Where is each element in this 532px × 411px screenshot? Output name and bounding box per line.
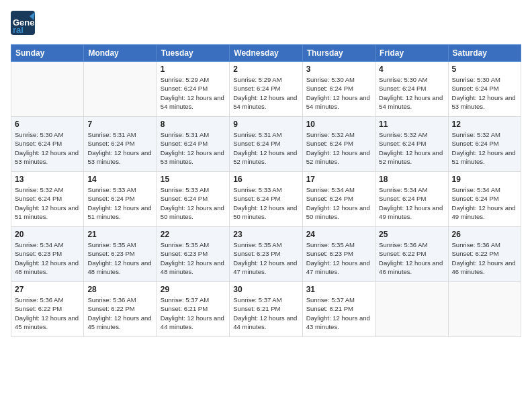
weekday-header-row: SundayMondayTuesdayWednesdayThursdayFrid… [11, 45, 521, 62]
day-number: 28 [87, 285, 152, 294]
day-info: Sunrise: 5:34 AMSunset: 6:23 PMDaylight:… [15, 240, 80, 276]
day-info: Sunrise: 5:32 AMSunset: 6:24 PMDaylight:… [15, 185, 80, 221]
calendar-cell: 20Sunrise: 5:34 AMSunset: 6:23 PMDayligh… [11, 227, 84, 282]
calendar-cell: 21Sunrise: 5:35 AMSunset: 6:23 PMDayligh… [84, 227, 157, 282]
day-info: Sunrise: 5:30 AMSunset: 6:24 PMDaylight:… [306, 75, 371, 111]
day-number: 9 [233, 120, 298, 129]
calendar-cell: 10Sunrise: 5:32 AMSunset: 6:24 PMDayligh… [302, 117, 375, 172]
day-number: 24 [306, 230, 371, 239]
day-info: Sunrise: 5:30 AMSunset: 6:24 PMDaylight:… [15, 130, 80, 166]
calendar-cell: 31Sunrise: 5:37 AMSunset: 6:21 PMDayligh… [302, 282, 375, 337]
day-info: Sunrise: 5:36 AMSunset: 6:22 PMDaylight:… [15, 295, 80, 331]
calendar-cell: 15Sunrise: 5:33 AMSunset: 6:24 PMDayligh… [157, 172, 229, 227]
calendar-cell: 8Sunrise: 5:31 AMSunset: 6:24 PMDaylight… [157, 117, 229, 172]
day-number: 13 [15, 175, 80, 184]
weekday-header-friday: Friday [375, 45, 448, 62]
calendar-cell [84, 62, 157, 117]
day-info: Sunrise: 5:33 AMSunset: 6:24 PMDaylight:… [87, 185, 152, 221]
calendar-cell: 23Sunrise: 5:35 AMSunset: 6:23 PMDayligh… [230, 227, 302, 282]
day-number: 19 [452, 175, 517, 184]
day-info: Sunrise: 5:36 AMSunset: 6:22 PMDaylight:… [87, 295, 152, 331]
day-info: Sunrise: 5:35 AMSunset: 6:23 PMDaylight:… [87, 240, 152, 276]
calendar-cell: 11Sunrise: 5:32 AMSunset: 6:24 PMDayligh… [375, 117, 448, 172]
day-number: 27 [15, 285, 80, 294]
calendar-cell: 6Sunrise: 5:30 AMSunset: 6:24 PMDaylight… [11, 117, 84, 172]
day-info: Sunrise: 5:33 AMSunset: 6:24 PMDaylight:… [233, 185, 298, 221]
day-number: 3 [306, 64, 371, 74]
logo-icon: Gene ral [11, 11, 35, 35]
calendar-cell: 5Sunrise: 5:30 AMSunset: 6:24 PMDaylight… [448, 62, 521, 117]
calendar-cell [375, 282, 448, 337]
day-number: 25 [379, 230, 444, 239]
day-info: Sunrise: 5:31 AMSunset: 6:24 PMDaylight:… [87, 130, 152, 166]
calendar-cell: 4Sunrise: 5:30 AMSunset: 6:24 PMDaylight… [375, 62, 448, 117]
header: Gene ral [11, 11, 521, 38]
calendar-header: SundayMondayTuesdayWednesdayThursdayFrid… [11, 45, 521, 62]
day-info: Sunrise: 5:29 AMSunset: 6:24 PMDaylight:… [161, 75, 226, 111]
day-number: 14 [87, 175, 152, 184]
day-number: 1 [161, 64, 226, 74]
day-info: Sunrise: 5:30 AMSunset: 6:24 PMDaylight:… [379, 75, 444, 111]
day-info: Sunrise: 5:35 AMSunset: 6:23 PMDaylight:… [161, 240, 226, 276]
calendar-cell: 7Sunrise: 5:31 AMSunset: 6:24 PMDaylight… [84, 117, 157, 172]
calendar-cell: 24Sunrise: 5:35 AMSunset: 6:23 PMDayligh… [302, 227, 375, 282]
day-info: Sunrise: 5:32 AMSunset: 6:24 PMDaylight:… [306, 130, 371, 166]
day-number: 6 [15, 120, 80, 129]
weekday-header-thursday: Thursday [302, 45, 375, 62]
day-info: Sunrise: 5:32 AMSunset: 6:24 PMDaylight:… [379, 130, 444, 166]
day-number: 26 [452, 230, 517, 239]
calendar-cell: 17Sunrise: 5:34 AMSunset: 6:24 PMDayligh… [302, 172, 375, 227]
calendar-cell: 3Sunrise: 5:30 AMSunset: 6:24 PMDaylight… [302, 62, 375, 117]
calendar-table: SundayMondayTuesdayWednesdayThursdayFrid… [11, 44, 521, 337]
weekday-header-saturday: Saturday [448, 45, 521, 62]
calendar-cell: 2Sunrise: 5:29 AMSunset: 6:24 PMDaylight… [230, 62, 302, 117]
weekday-header-monday: Monday [84, 45, 157, 62]
day-number: 11 [379, 120, 444, 129]
weekday-header-tuesday: Tuesday [157, 45, 229, 62]
calendar-cell: 14Sunrise: 5:33 AMSunset: 6:24 PMDayligh… [84, 172, 157, 227]
day-info: Sunrise: 5:34 AMSunset: 6:24 PMDaylight:… [452, 185, 517, 221]
day-number: 5 [452, 64, 517, 74]
day-info: Sunrise: 5:37 AMSunset: 6:21 PMDaylight:… [161, 295, 226, 331]
day-number: 12 [452, 120, 517, 129]
calendar-cell [11, 62, 84, 117]
day-info: Sunrise: 5:32 AMSunset: 6:24 PMDaylight:… [452, 130, 517, 166]
weekday-header-wednesday: Wednesday [230, 45, 302, 62]
day-number: 2 [233, 64, 298, 74]
day-info: Sunrise: 5:34 AMSunset: 6:24 PMDaylight:… [306, 185, 371, 221]
calendar-cell: 18Sunrise: 5:34 AMSunset: 6:24 PMDayligh… [375, 172, 448, 227]
calendar-cell: 22Sunrise: 5:35 AMSunset: 6:23 PMDayligh… [157, 227, 229, 282]
day-number: 30 [233, 285, 298, 294]
calendar-week-2: 6Sunrise: 5:30 AMSunset: 6:24 PMDaylight… [11, 117, 521, 172]
day-number: 21 [87, 230, 152, 239]
calendar-cell: 29Sunrise: 5:37 AMSunset: 6:21 PMDayligh… [157, 282, 229, 337]
calendar-cell: 13Sunrise: 5:32 AMSunset: 6:24 PMDayligh… [11, 172, 84, 227]
day-number: 22 [161, 230, 226, 239]
day-number: 7 [87, 120, 152, 129]
calendar-week-1: 1Sunrise: 5:29 AMSunset: 6:24 PMDaylight… [11, 62, 521, 117]
day-number: 16 [233, 175, 298, 184]
day-info: Sunrise: 5:33 AMSunset: 6:24 PMDaylight:… [161, 185, 226, 221]
page-container: Gene ral SundayMondayTuesdayWednesdayThu… [0, 0, 532, 344]
day-number: 17 [306, 175, 371, 184]
calendar-cell: 9Sunrise: 5:31 AMSunset: 6:24 PMDaylight… [230, 117, 302, 172]
calendar-cell: 19Sunrise: 5:34 AMSunset: 6:24 PMDayligh… [448, 172, 521, 227]
calendar-cell [448, 282, 521, 337]
day-number: 10 [306, 120, 371, 129]
day-number: 8 [161, 120, 226, 129]
calendar-cell: 28Sunrise: 5:36 AMSunset: 6:22 PMDayligh… [84, 282, 157, 337]
calendar-cell: 1Sunrise: 5:29 AMSunset: 6:24 PMDaylight… [157, 62, 229, 117]
day-info: Sunrise: 5:35 AMSunset: 6:23 PMDaylight:… [233, 240, 298, 276]
logo: Gene ral [11, 11, 38, 38]
calendar-week-3: 13Sunrise: 5:32 AMSunset: 6:24 PMDayligh… [11, 172, 521, 227]
svg-text:ral: ral [13, 25, 24, 35]
calendar-cell: 27Sunrise: 5:36 AMSunset: 6:22 PMDayligh… [11, 282, 84, 337]
day-number: 4 [379, 64, 444, 74]
calendar-week-5: 27Sunrise: 5:36 AMSunset: 6:22 PMDayligh… [11, 282, 521, 337]
day-info: Sunrise: 5:29 AMSunset: 6:24 PMDaylight:… [233, 75, 298, 111]
day-info: Sunrise: 5:31 AMSunset: 6:24 PMDaylight:… [161, 130, 226, 166]
day-info: Sunrise: 5:31 AMSunset: 6:24 PMDaylight:… [233, 130, 298, 166]
weekday-header-sunday: Sunday [11, 45, 84, 62]
day-number: 23 [233, 230, 298, 239]
calendar-cell: 30Sunrise: 5:37 AMSunset: 6:21 PMDayligh… [230, 282, 302, 337]
